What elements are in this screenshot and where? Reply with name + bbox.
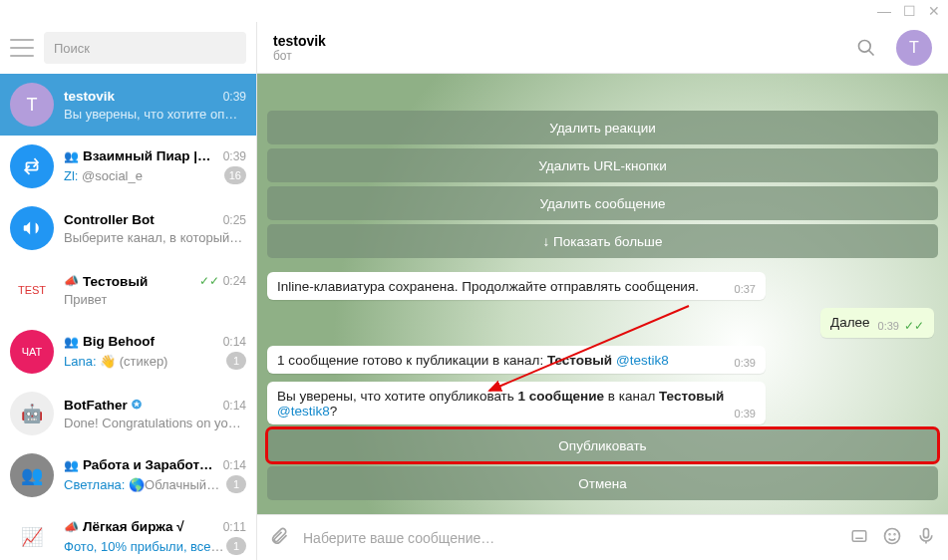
chat-list-item[interactable]: 🤖BotFather ✪0:14Done! Congratulations on… [0,383,256,444]
chat-title: testovik [273,33,836,49]
unread-badge: 1 [226,352,246,370]
unread-badge: 16 [224,166,246,184]
chat-list-item[interactable]: ЧАТ👥Big Behoof0:14Lana: 👋 (стикер)1 [0,321,256,383]
chat-snippet: Привет [64,292,107,307]
avatar: 🤖 [10,392,54,435]
chat-name: 👥Big Behoof [64,334,155,349]
close-icon[interactable]: ✕ [928,3,940,19]
svg-rect-8 [924,528,929,537]
read-checks-icon: ✓✓ [904,319,924,333]
chat-time: 0:14 [223,458,246,472]
minimize-icon[interactable]: — [877,3,891,19]
message-bubble[interactable]: Inline-клавиатура сохранена. Продолжайте… [267,272,766,300]
chat-name: testovik [64,89,115,104]
read-checks-icon: ✓✓ [199,274,219,288]
chat-time: 0:39 [223,149,246,163]
avatar [10,144,54,188]
sidebar: Поиск Ttestovik0:39Вы уверены, что хотит… [0,22,257,560]
avatar: TEST [10,268,54,312]
chat-snippet: Выберите канал, в который… [64,230,242,245]
titlebar: — ☐ ✕ [0,0,948,22]
chat-snippet: Вы уверены, что хотите оп… [64,107,237,122]
message-time: 0:39 ✓✓ [878,319,924,333]
message-input[interactable]: Наберите ваше сообщение… [303,530,836,546]
avatar: T [10,83,54,127]
verified-icon: ✪ [132,398,142,412]
search-input[interactable]: Поиск [44,32,246,64]
chat-time: 0:39 [223,90,246,104]
message-bubble[interactable]: Вы уверены, что хотите опубликовать 1 со… [267,382,766,424]
chat-snippet: Zl: @social_e [64,168,143,183]
svg-line-1 [869,50,874,55]
inline-keyboard-button[interactable]: Отмена [267,466,938,500]
mic-icon[interactable] [916,526,936,550]
channel-icon: 📣 [64,520,79,534]
avatar: ЧАТ [10,330,54,374]
chat-name: 👥Работа и Заработ… [64,457,213,472]
chat-name: Controller Bot [64,212,155,227]
menu-icon[interactable] [10,39,34,57]
chat-list-item[interactable]: 📈📣Лёгкая биржа √0:11Фото, 10% прибыли, в… [0,506,256,560]
chat-subtitle: бот [273,49,836,63]
message-bubble[interactable]: 1 сообщение готово к публикации в канал:… [267,346,766,374]
svg-point-7 [894,533,895,534]
chat-name: 👥Взаимный Пиар |… [64,148,211,163]
chat-list-item[interactable]: 👥👥Работа и Заработ…0:14Светлана: 🌎Облачн… [0,444,256,506]
inline-keyboard-button[interactable]: Опубликовать [267,428,938,462]
inline-keyboard-button[interactable]: Удалить URL-кнопки [267,148,938,182]
attach-icon[interactable] [269,526,289,550]
svg-point-5 [885,528,900,543]
unread-badge: 1 [226,475,246,493]
chat-time: 0:11 [223,520,246,534]
inline-keyboard-button[interactable]: Удалить реакции [267,111,938,144]
chat-header: testovik бот T [257,22,948,74]
emoji-icon[interactable] [882,526,902,550]
chat-time: 0:25 [223,213,246,227]
avatar [10,206,54,250]
message-bubble-out[interactable]: Далее0:39 ✓✓ [820,308,934,338]
chat-name: 📣Лёгкая биржа √ [64,519,184,534]
chat-title-block[interactable]: testovik бот [273,33,836,63]
chat-name: BotFather ✪ [64,398,142,413]
message-list: Удалить реакцииУдалить URL-кнопкиУдалить… [257,74,948,514]
chat-list: Ttestovik0:39Вы уверены, что хотите оп…👥… [0,74,256,560]
chat-list-item[interactable]: Controller Bot0:25Выберите канал, в кото… [0,197,256,259]
chat-time: ✓✓ 0:24 [199,274,246,288]
group-icon: 👥 [64,335,79,349]
avatar: 👥 [10,453,54,497]
chat-time: 0:14 [223,399,246,413]
message-time: 0:39 [735,408,756,420]
svg-point-6 [889,533,890,534]
chat-list-item[interactable]: 👥Взаимный Пиар |…0:39Zl: @social_e16 [0,136,256,197]
chat-snippet: Фото, 10% прибыли, все…: [64,539,226,554]
bot-keyboard-icon[interactable] [850,527,868,549]
chat-list-item[interactable]: TEST📣Тестовый✓✓ 0:24Привет [0,259,256,321]
chat-snippet: Светлана: 🌎Облачный… [64,477,219,492]
search-icon[interactable] [848,30,884,66]
group-icon: 👥 [64,458,79,472]
message-time: 0:39 [735,357,756,369]
inline-keyboard-button[interactable]: Удалить сообщение [267,186,938,220]
chat-snippet: Lana: 👋 (стикер) [64,354,167,369]
chat-name: 📣Тестовый [64,274,148,289]
chat-snippet: Done! Congratulations on yo… [64,416,241,430]
message-time: 0:37 [735,283,756,295]
message-input-bar: Наберите ваше сообщение… [257,514,948,560]
inline-keyboard-button[interactable]: ↓ Показать больше [267,224,938,258]
chat-avatar[interactable]: T [896,30,932,66]
group-icon: 👥 [64,149,79,163]
channel-icon: 📣 [64,274,79,288]
svg-rect-3 [852,530,866,541]
maximize-icon[interactable]: ☐ [903,3,916,19]
conversation: testovik бот T Удалить реакцииУдалить UR… [257,22,948,560]
chat-list-item[interactable]: Ttestovik0:39Вы уверены, что хотите оп… [0,74,256,136]
svg-point-0 [859,40,871,52]
avatar: 📈 [10,515,54,559]
chat-time: 0:14 [223,335,246,349]
unread-badge: 1 [226,537,246,555]
